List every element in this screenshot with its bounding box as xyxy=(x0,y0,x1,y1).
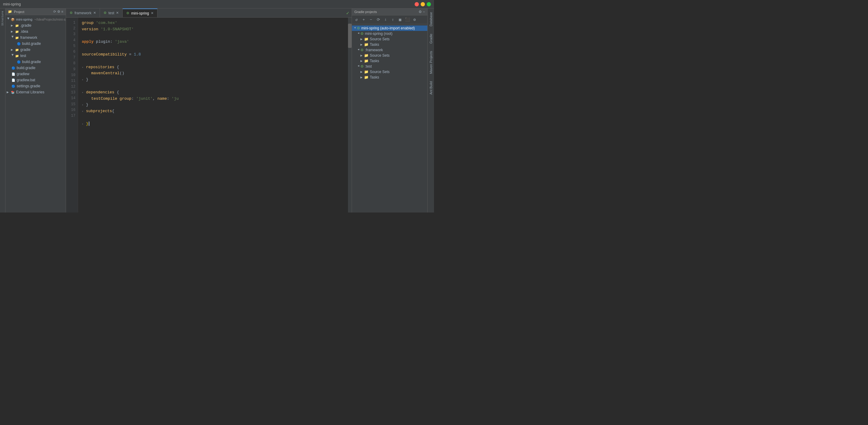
gradle-item-source-sets-root[interactable]: ▶ 📁 Source Sets xyxy=(352,36,427,42)
tab-close-mini-spring[interactable]: ✕ xyxy=(151,11,154,15)
tree-label-framework-build: build.gradle xyxy=(22,41,41,46)
code-line-6: sourceCompatibility = 1.8 xyxy=(82,52,344,58)
gradle-item-tasks-test[interactable]: ▶ 📁 Tasks xyxy=(352,75,427,80)
gradle-item-tasks-framework[interactable]: ▶ 📁 Tasks xyxy=(352,58,427,64)
gradle-item-mini-spring[interactable]: ▼ ⚙ mini-spring (root) xyxy=(352,31,427,36)
add-btn[interactable]: + xyxy=(361,17,367,23)
tree-label-idea: .idea xyxy=(20,29,28,34)
tab-test[interactable]: ⚙ test ✕ xyxy=(100,8,123,17)
fold-icon-12[interactable]: ▾ xyxy=(82,91,86,95)
upload-btn[interactable]: ⇧ xyxy=(390,17,396,23)
tab-maven[interactable]: Maven Projects xyxy=(429,49,433,76)
tree-item-root[interactable]: ▶ 📦 mini-spring ~/IdeaProjects/mini-spri… xyxy=(5,17,66,23)
tree-item-framework-build[interactable]: 🔵 build.gradle xyxy=(5,40,66,47)
arrow-mini-spring: ▼ xyxy=(357,32,360,35)
arrow-idea: ▶ xyxy=(11,30,14,33)
line-numbers: 12345 678910 1112131415 1617 xyxy=(66,18,78,213)
arrow-gradle-root: ▼ xyxy=(353,26,356,30)
tree-item-gradlew[interactable]: 📄 gradlew xyxy=(5,71,66,77)
sync-btn[interactable]: ⟳ xyxy=(375,17,382,23)
arrow-tasks-root: ▶ xyxy=(361,43,364,46)
fold-icon-10[interactable]: ▾ xyxy=(82,78,86,82)
tab-framework[interactable]: ⚙ framework ✕ xyxy=(66,8,100,17)
folder-icon-source-sets-test: 📁 xyxy=(364,70,369,74)
tab-close-framework[interactable]: ✕ xyxy=(93,11,96,15)
gradle-item-source-sets-framework[interactable]: ▶ 📁 Source Sets xyxy=(352,53,427,58)
gradle-panel: Gradle projects ⚙ − ↺ + − ⟳ ⇩ ⇧ ▦ xyxy=(352,8,427,213)
close-button[interactable] xyxy=(414,2,419,6)
structure-tab[interactable]: Structure xyxy=(1,10,4,27)
folder-icon-idea: 📁 xyxy=(14,29,20,34)
gradle-label-test: :test xyxy=(365,64,372,68)
tree-label-gradlew-bat: gradlew.bat xyxy=(17,78,35,82)
tree-item-gradle2[interactable]: ▶ 📁 gradle xyxy=(5,47,66,53)
gradle-item-test[interactable]: ▼ ⚙ :test xyxy=(352,64,427,69)
gradle-item-root[interactable]: ▼ ⚙ mini-spring (auto-import enabled) xyxy=(352,25,427,31)
file-icon-gradlew: 📄 xyxy=(11,72,16,76)
tree-item-gradlew-bat[interactable]: 📄 gradlew.bat xyxy=(5,77,66,83)
gradle-icon-tab-test: ⚙ xyxy=(103,11,106,15)
gear-icon[interactable]: ≡ xyxy=(61,10,63,13)
window-controls xyxy=(414,2,431,6)
sidebar-title: Project xyxy=(14,10,24,13)
fold-icon-14[interactable]: ▾ xyxy=(82,103,86,107)
gradle-minimize-icon[interactable]: − xyxy=(423,10,425,14)
maximize-button[interactable] xyxy=(427,2,431,6)
arrow-test: ▶ xyxy=(11,54,14,58)
tree-item-test[interactable]: ▶ 📁 test xyxy=(5,53,66,59)
code-editor[interactable]: group 'com.hex' version '1.0-SNAPSHOT' a… xyxy=(78,18,348,213)
code-line-13: testCompile group: 'junit', name: 'ju xyxy=(82,96,344,102)
arrow-framework: ▶ xyxy=(11,36,14,39)
stop-btn[interactable]: ⬛ xyxy=(404,17,411,23)
tree-item-settings-gradle[interactable]: 🔵 settings.gradle xyxy=(5,83,66,89)
tab-close-test[interactable]: ✕ xyxy=(116,11,119,15)
tree-label-gradle2: gradle xyxy=(20,48,30,52)
tree-item-external-libs[interactable]: ▶ 📚 External Libraries xyxy=(5,89,66,95)
gradle-label-framework: :framework xyxy=(365,48,383,52)
tab-database[interactable]: Database xyxy=(429,10,433,29)
editor-area: ⚙ framework ✕ ⚙ test ✕ ⚙ mini-spring xyxy=(66,8,352,213)
gradle-item-framework[interactable]: ▼ ⚙ :framework xyxy=(352,47,427,53)
fold-icon-15[interactable]: ▾ xyxy=(82,109,86,114)
minimize-button[interactable] xyxy=(421,2,425,6)
tab-gradle[interactable]: Gradle xyxy=(429,31,433,46)
fold-icon-17[interactable]: ▾ xyxy=(82,122,86,126)
folder-icon-tasks-root: 📁 xyxy=(364,42,369,47)
arrow-test-gradle: ▼ xyxy=(357,64,360,68)
tab-mini-spring[interactable]: ⚙ mini-spring ✕ xyxy=(123,8,157,17)
gradle-item-source-sets-test[interactable]: ▶ 📁 Source Sets xyxy=(352,69,427,75)
gradle-settings-icon[interactable]: ⚙ xyxy=(418,10,422,14)
remove-btn[interactable]: − xyxy=(368,17,374,23)
gradle-label-tasks-test: Tasks xyxy=(370,75,379,79)
folder-icon-gradle2: 📁 xyxy=(14,47,20,52)
tree-label-build-gradle: build.gradle xyxy=(17,66,35,70)
tree-item-test-build[interactable]: 🔵 build.gradle xyxy=(5,59,66,65)
gradle-icon-root: ⚙ xyxy=(357,26,360,30)
gradle-item-tasks-root[interactable]: ▶ 📁 Tasks xyxy=(352,42,427,47)
sync-icon[interactable]: ⟳ xyxy=(53,10,56,13)
scrollbar-thumb[interactable] xyxy=(348,24,352,48)
code-line-14: ▾} xyxy=(82,102,344,108)
refresh-btn[interactable]: ↺ xyxy=(353,17,360,23)
tab-ant[interactable]: Ant Build xyxy=(429,79,433,97)
config-btn[interactable]: ⚙ xyxy=(411,17,418,23)
code-line-15: ▾subprojects{ xyxy=(82,108,344,115)
folder-icon-gradle: 📁 xyxy=(14,23,20,28)
folder-icon-tasks-test: 📁 xyxy=(364,75,369,79)
settings-icon[interactable]: ⚙ xyxy=(57,10,60,13)
arrow-tasks-test: ▶ xyxy=(361,76,364,79)
fold-icon-8[interactable]: ▾ xyxy=(82,65,86,70)
tree-item-idea[interactable]: ▶ 📁 .idea xyxy=(5,28,66,34)
code-line-10: ▾} xyxy=(82,77,344,83)
folder-icon-tasks-framework: 📁 xyxy=(364,59,369,63)
code-line-7 xyxy=(82,58,344,64)
tree-item-gradle-hidden[interactable]: ▶ 📁 .gradle xyxy=(5,23,66,28)
tree-item-framework[interactable]: ▶ 📁 framework xyxy=(5,34,66,40)
arrow-root: ▶ xyxy=(7,18,10,21)
editor-scrollbar[interactable] xyxy=(348,18,352,213)
code-line-12: ▾dependencies { xyxy=(82,89,344,96)
gradle-icon-build: 🔵 xyxy=(11,65,16,70)
tree-item-build-gradle[interactable]: 🔵 build.gradle xyxy=(5,65,66,71)
download-btn[interactable]: ⇩ xyxy=(382,17,389,23)
grid-btn[interactable]: ▦ xyxy=(397,17,403,23)
